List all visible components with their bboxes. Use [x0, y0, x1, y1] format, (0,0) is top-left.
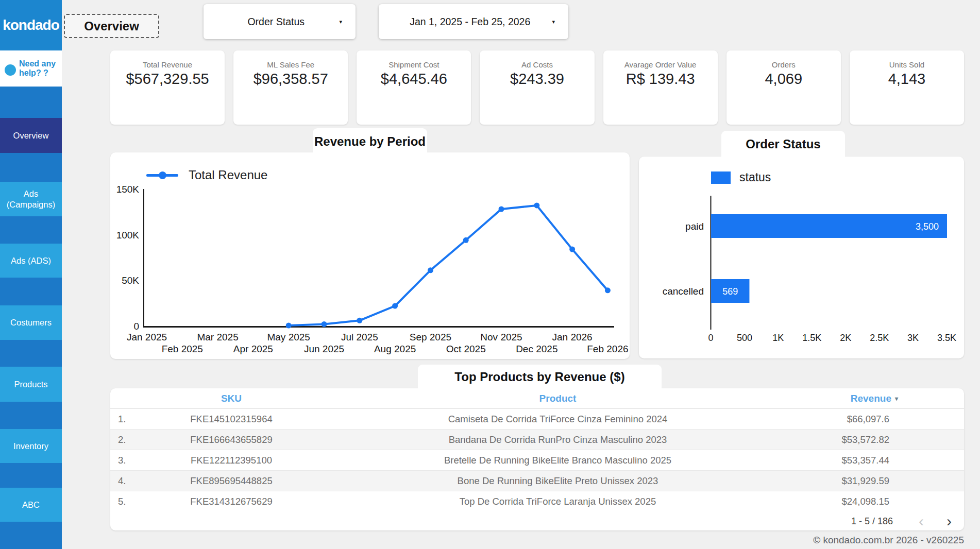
- kpi-value: $243.39: [480, 71, 594, 88]
- svg-text:paid: paid: [685, 221, 704, 232]
- bar-chart-legend: status: [711, 170, 771, 184]
- kpi-average-order-value: Avarage Order Value R$ 139.43: [603, 50, 718, 125]
- svg-text:Sep 2025: Sep 2025: [410, 332, 451, 342]
- kpi-orders: Orders 4,069: [726, 50, 841, 125]
- help-line1: Need any: [19, 59, 56, 68]
- kpi-ad-costs: Ad Costs $243.39: [480, 50, 594, 125]
- row-revenue: $31,929.59: [799, 475, 964, 487]
- chart-title-label: Order Status: [746, 137, 820, 151]
- revenue-chart-plot[interactable]: 050K100K150KJan 2025Feb 2025Mar 2025Apr …: [110, 152, 630, 359]
- sidebar-item-ads-campaigns[interactable]: Ads (Campaigns): [0, 182, 62, 216]
- svg-text:500: 500: [737, 333, 752, 343]
- sidebar-item-products[interactable]: Products: [0, 367, 62, 402]
- line-chart-legend: Total Revenue: [146, 168, 267, 182]
- table-row: 3. FKE122112395100 Bretelle De Running B…: [110, 450, 964, 471]
- next-page-icon[interactable]: ›: [942, 513, 956, 529]
- svg-text:100K: 100K: [116, 230, 140, 241]
- svg-text:Nov 2025: Nov 2025: [480, 332, 522, 342]
- svg-text:Aug 2025: Aug 2025: [374, 344, 416, 354]
- svg-text:50K: 50K: [122, 275, 139, 286]
- row-index: 3.: [110, 455, 146, 466]
- row-product: Bone De Running BikeElite Preto Unissex …: [316, 475, 799, 487]
- chevron-down-icon: ▾: [339, 19, 342, 25]
- revenue-by-period-chart[interactable]: Total Revenue 050K100K150KJan 2025Feb 20…: [110, 152, 630, 359]
- sidebar-item-label: Inventory: [13, 441, 48, 452]
- sidebar-item-inventory[interactable]: Inventory: [0, 429, 62, 463]
- svg-text:1K: 1K: [772, 333, 784, 343]
- kpi-units-sold: Units Sold 4,143: [850, 50, 964, 125]
- chevron-down-icon: ▾: [552, 19, 555, 25]
- help-line2: help? ?: [19, 68, 48, 77]
- kpi-label: Total Revenue: [110, 60, 225, 69]
- sidebar-item-abc[interactable]: ABC: [0, 488, 62, 522]
- order-status-chart[interactable]: status 3,500paid569cancelled05001K1.5K2K…: [639, 157, 964, 358]
- sidebar-item-overview[interactable]: Overview: [0, 118, 62, 153]
- row-index: 2.: [110, 434, 146, 445]
- svg-text:Feb 2025: Feb 2025: [162, 344, 203, 354]
- row-sku: FKE145102315964: [146, 414, 316, 425]
- status-chart-title: Order Status: [721, 131, 845, 157]
- sidebar-item-label: Products: [14, 379, 47, 390]
- table-header-row: SKU Product Revenue ▾: [110, 388, 964, 409]
- kpi-label: Avarage Order Value: [603, 60, 718, 69]
- kpi-value: 4,143: [850, 71, 964, 88]
- header-sku[interactable]: SKU: [146, 393, 316, 404]
- sidebar-item-label: Costumers: [10, 317, 52, 328]
- help-link[interactable]: Need any help? ?: [0, 50, 62, 87]
- svg-text:0: 0: [133, 321, 139, 332]
- row-sku: FKE895695448825: [146, 475, 316, 487]
- svg-text:Feb 2026: Feb 2026: [587, 344, 628, 354]
- kpi-shipment-cost: Shipment Cost $4,645.46: [357, 50, 471, 125]
- row-product: Top De Corrida TriForce Laranja Unissex …: [316, 496, 799, 507]
- help-dot-icon: [5, 64, 16, 76]
- bar-series-icon: [711, 171, 731, 184]
- dashboard-root: kondado Need any help? ? Overview Ads (C…: [0, 0, 980, 549]
- chart-title-label: Top Products by Revenue ($): [454, 370, 624, 384]
- svg-text:May 2025: May 2025: [267, 332, 310, 342]
- row-index: 5.: [110, 496, 146, 507]
- page-tab-overview[interactable]: Overview: [64, 14, 159, 38]
- svg-text:569: 569: [722, 286, 738, 297]
- prev-page-icon[interactable]: ‹: [915, 513, 928, 529]
- sidebar-item-costumers[interactable]: Costumers: [0, 305, 62, 340]
- help-label: Need any help? ?: [19, 59, 56, 77]
- svg-text:3.5K: 3.5K: [937, 333, 956, 343]
- order-status-filter-dropdown[interactable]: Order Status ▾: [204, 4, 356, 39]
- date-range-picker[interactable]: Jan 1, 2025 - Feb 25, 2026 ▾: [379, 4, 568, 39]
- logo-area: kondado: [0, 0, 62, 50]
- row-product: Bretelle De Running BikeElite Branco Mas…: [316, 455, 799, 466]
- filter-label: Order Status: [217, 16, 335, 28]
- table-row: 1. FKE145102315964 Camiseta De Corrida T…: [110, 409, 964, 430]
- kpi-value: R$ 139.43: [603, 71, 718, 88]
- sidebar-item-ads-ads[interactable]: Ads (ADS): [0, 244, 62, 278]
- sort-desc-icon: ▾: [895, 395, 898, 402]
- status-chart-plot[interactable]: 3,500paid569cancelled05001K1.5K2K2.5K3K3…: [639, 157, 964, 358]
- kpi-label: ML Sales Fee: [233, 60, 348, 69]
- kpi-value: $567,329.55: [110, 71, 225, 88]
- kpi-label: Ad Costs: [480, 60, 594, 69]
- table-row: 5. FKE314312675629 Top De Corrida TriFor…: [110, 491, 964, 512]
- row-product: Bandana De Corrida RunPro Cinza Masculin…: [316, 434, 799, 445]
- header-product[interactable]: Product: [316, 393, 799, 404]
- date-range-label: Jan 1, 2025 - Feb 25, 2026: [392, 16, 548, 28]
- svg-text:3K: 3K: [907, 333, 919, 343]
- kpi-ml-sales-fee: ML Sales Fee $96,358.57: [233, 50, 348, 125]
- sidebar: kondado Need any help? ? Overview Ads (C…: [0, 0, 62, 549]
- row-index: 4.: [110, 475, 146, 487]
- row-revenue: $66,097.6: [799, 414, 964, 425]
- row-revenue: $53,357.44: [799, 455, 964, 466]
- svg-text:Dec 2025: Dec 2025: [516, 344, 557, 354]
- table-row: 4. FKE895695448825 Bone De Running BikeE…: [110, 471, 964, 491]
- kpi-label: Orders: [726, 60, 841, 69]
- svg-text:3,500: 3,500: [916, 221, 939, 232]
- kpi-value: $4,645.46: [357, 71, 471, 88]
- svg-text:2K: 2K: [840, 333, 851, 343]
- legend-label: Total Revenue: [189, 168, 267, 182]
- footer-copyright: © kondado.com.br 2026 - v260225: [813, 535, 964, 546]
- row-product: Camiseta De Corrida TriForce Cinza Femin…: [316, 414, 799, 425]
- sidebar-item-label: Overview: [13, 130, 49, 141]
- svg-text:Jan 2025: Jan 2025: [127, 332, 167, 342]
- kpi-total-revenue: Total Revenue $567,329.55: [110, 50, 225, 125]
- kpi-row: Total Revenue $567,329.55 ML Sales Fee $…: [110, 50, 964, 125]
- header-revenue-sort[interactable]: Revenue ▾: [799, 393, 964, 404]
